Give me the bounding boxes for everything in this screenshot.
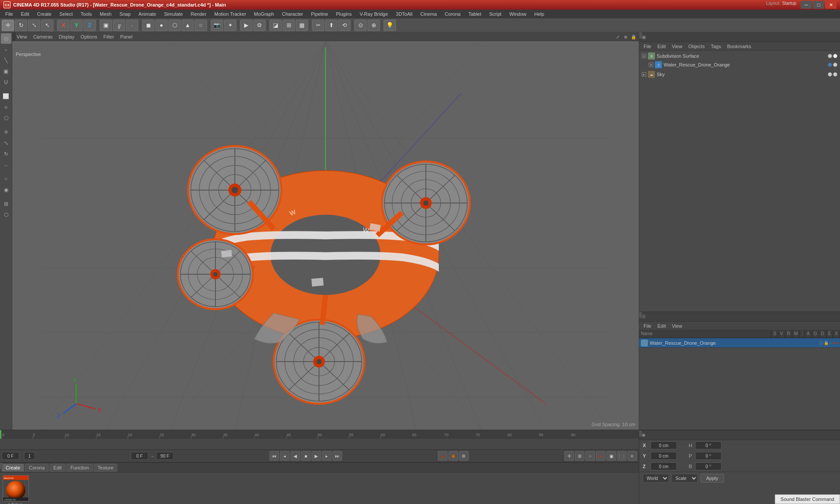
sidebar-select-poly[interactable]: ⬡ <box>1 113 11 123</box>
menu-corona[interactable]: Corona <box>441 10 464 18</box>
timeline-mode-5[interactable]: ▣ <box>606 451 616 461</box>
material-drag[interactable] <box>0 463 3 469</box>
vp-menu-panel[interactable]: Panel <box>118 34 135 40</box>
tree-expand-drone[interactable]: ▾ <box>649 63 653 67</box>
vp-menu-filter[interactable]: Filter <box>101 34 116 40</box>
sidebar-null[interactable]: ○ <box>1 174 11 184</box>
timeline-track[interactable] <box>0 439 639 450</box>
attr-drag[interactable] <box>639 312 642 318</box>
wireframe-button[interactable]: ⊞ <box>283 20 295 31</box>
viewport-fullscreen-icon[interactable]: ⤢ <box>614 33 621 40</box>
sidebar-move[interactable]: ✛ <box>1 127 11 137</box>
vp-menu-cameras[interactable]: Cameras <box>31 34 56 40</box>
render-settings-button[interactable]: ⚙ <box>253 20 266 31</box>
play-reverse-button[interactable]: ◀ <box>290 451 300 461</box>
snap-button[interactable]: ⊕ <box>368 20 380 31</box>
obj-manager-drag[interactable] <box>639 32 642 38</box>
prev-frame-button[interactable]: ◂ <box>280 451 290 461</box>
attr-icon-1[interactable]: ● <box>833 341 835 345</box>
om-menu-edit[interactable]: Edit <box>655 43 668 49</box>
play-forward-button[interactable]: ▶ <box>312 451 321 461</box>
sidebar-paint[interactable]: ⬡ <box>1 210 11 220</box>
attr-selected-row[interactable]: Water_Rescue_Drone_Orange ☐ 🔓 ⬦ ● ● <box>639 338 840 348</box>
sky-dot-1[interactable] <box>828 72 832 77</box>
cone-button[interactable]: ▲ <box>182 20 194 31</box>
sidebar-grid[interactable]: ⊞ <box>1 199 11 209</box>
sidebar-points-mode[interactable]: ⬦ <box>1 44 11 55</box>
sidebar-edges-mode[interactable]: ╲ <box>1 55 11 66</box>
menu-simulate[interactable]: Simulate <box>161 10 186 18</box>
p-rotation-input[interactable] <box>695 452 721 460</box>
mat-tab-create[interactable]: Create <box>2 464 24 472</box>
attr-icon-check[interactable]: ☐ <box>819 341 823 345</box>
sidebar-select-rect[interactable]: ⬜ <box>1 91 11 102</box>
apply-button[interactable]: Apply <box>700 474 724 483</box>
timeline-mode-3[interactable]: ○ <box>585 451 595 461</box>
sidebar-spline[interactable]: ⌒ <box>1 163 11 173</box>
light-button[interactable]: ✦ <box>224 20 236 31</box>
sky-dot-2[interactable] <box>833 72 837 77</box>
material-swatch[interactable]: MAXON CINEMA 4D <box>3 475 29 501</box>
menu-create[interactable]: Create <box>34 10 55 18</box>
dot-2[interactable] <box>833 54 837 58</box>
timeline-mode-2[interactable]: ⊞ <box>575 451 584 461</box>
record-button[interactable]: ● <box>438 451 448 461</box>
sidebar-uvw-mode[interactable]: U <box>1 77 11 88</box>
extrude-button[interactable]: ⬆ <box>325 20 337 31</box>
magnet-button[interactable]: ⊙ <box>354 20 367 31</box>
texture-button[interactable]: ▦ <box>296 20 308 31</box>
close-button[interactable]: ✕ <box>825 1 836 9</box>
axis-x-button[interactable]: X <box>57 20 70 31</box>
attr-icon-lock[interactable]: 🔓 <box>824 341 829 345</box>
am-menu-edit[interactable]: Edit <box>655 323 668 329</box>
menu-3dtoall[interactable]: 3DToAll <box>392 10 416 18</box>
settings-button[interactable]: ⚙ <box>459 451 469 461</box>
axis-y-button[interactable]: Y <box>70 20 83 31</box>
viewport-drag-handle[interactable] <box>12 32 16 41</box>
am-menu-file[interactable]: File <box>641 323 654 329</box>
menu-pipeline[interactable]: Pipeline <box>308 10 332 18</box>
om-menu-file[interactable]: File <box>641 43 654 49</box>
point-tool-button[interactable]: · <box>126 20 138 31</box>
vp-menu-display[interactable]: Display <box>56 34 77 40</box>
menu-motion-tracker[interactable]: Motion Tracker <box>211 10 250 18</box>
mode-move-button[interactable]: ✛ <box>2 20 14 31</box>
coord-space-select[interactable]: World Object <box>643 474 669 483</box>
menu-edit[interactable]: Edit <box>18 10 33 18</box>
start-frame-input[interactable] <box>131 452 148 460</box>
viewport-3d[interactable]: View Cameras Display Options Filter Pane… <box>12 32 639 430</box>
timeline-mode-7[interactable]: ≡ <box>627 451 637 461</box>
edge-tool-button[interactable]: ╔ <box>113 20 125 31</box>
scene-area[interactable]: Perspective <box>12 41 639 430</box>
tree-expand-subdivision[interactable]: ▾ <box>642 54 646 58</box>
om-menu-bookmarks[interactable]: Bookmarks <box>724 43 754 49</box>
z-position-input[interactable] <box>651 462 677 470</box>
end-frame-input[interactable] <box>156 452 174 460</box>
attr-icon-2[interactable]: ● <box>836 341 838 345</box>
sidebar-select-lasso[interactable]: ⌾ <box>1 102 11 112</box>
axis-z-button[interactable]: Z <box>84 20 96 31</box>
menu-file[interactable]: File <box>2 10 17 18</box>
om-menu-objects[interactable]: Objects <box>686 43 707 49</box>
tree-expand-sky[interactable]: ▸ <box>642 72 646 77</box>
sidebar-camera[interactable]: ◉ <box>1 185 11 195</box>
menu-cinema[interactable]: Cinema <box>417 10 441 18</box>
torus-button[interactable]: ○ <box>195 20 207 31</box>
menu-script[interactable]: Script <box>486 10 505 18</box>
next-frame-button[interactable]: ▸ <box>322 451 332 461</box>
menu-select[interactable]: Select <box>56 10 77 18</box>
x-position-input[interactable] <box>651 441 677 449</box>
menu-animate[interactable]: Animate <box>135 10 160 18</box>
timeline-mode-6[interactable]: ⋮⋮ <box>617 451 626 461</box>
menu-help[interactable]: Help <box>531 10 548 18</box>
menu-snap[interactable]: Snap <box>116 10 134 18</box>
menu-character[interactable]: Character <box>278 10 306 18</box>
attr-icon-tag[interactable]: ⬦ <box>830 341 832 345</box>
shading-button[interactable]: ◪ <box>270 20 282 31</box>
polygon-tool-button[interactable]: ▣ <box>100 20 112 31</box>
coord-scale-select[interactable]: Scale Size <box>672 474 698 483</box>
vp-menu-view[interactable]: View <box>14 34 30 40</box>
tree-item-drone[interactable]: ▾ ◎ Water_Rescue_Drone_Orange <box>640 60 839 69</box>
menu-vray[interactable]: V-Ray Bridge <box>356 10 392 18</box>
timeline-ruler[interactable]: 0 5 10 15 20 25 30 35 40 45 50 <box>0 430 639 439</box>
